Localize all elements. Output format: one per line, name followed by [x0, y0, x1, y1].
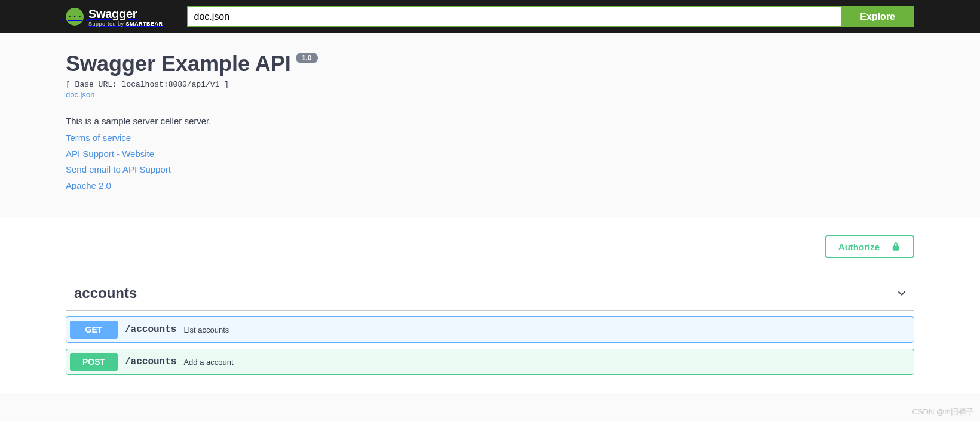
swagger-logo-text: Swagger Supported by SMARTBEAR [88, 7, 163, 27]
opblock-get-accounts[interactable]: GET /accounts List accounts [66, 316, 914, 343]
operation-path: /accounts [125, 324, 176, 335]
operation-summary: List accounts [183, 325, 229, 334]
info-section: Swagger Example API 1.0 [ Base URL: loca… [0, 33, 980, 217]
swagger-logo-title: Swagger [88, 7, 163, 21]
topbar-wrapper: {···} Swagger Supported by SMARTBEAR Exp… [54, 6, 926, 27]
auth-wrapper: Authorize [54, 217, 926, 276]
title-row: Swagger Example API 1.0 [66, 51, 914, 76]
api-description: This is a sample server celler server. [66, 116, 914, 126]
opblock-post-accounts[interactable]: POST /accounts Add a account [66, 349, 914, 375]
license-link[interactable]: Apache 2.0 [66, 180, 111, 190]
download-url-wrapper: Explore [187, 6, 914, 27]
operation-path: /accounts [125, 357, 176, 367]
api-title: Swagger Example API [66, 51, 291, 76]
swagger-logo[interactable]: {···} Swagger Supported by SMARTBEAR [66, 7, 163, 27]
version-badge: 1.0 [296, 53, 318, 63]
chevron-down-icon [895, 287, 908, 300]
info-links: Terms of service API Support - Website S… [66, 131, 914, 192]
spec-link-row: doc.json [66, 90, 914, 99]
explore-button[interactable]: Explore [841, 6, 914, 27]
method-badge: GET [70, 321, 118, 339]
lock-icon [890, 241, 901, 252]
api-support-email-link[interactable]: Send email to API Support [66, 164, 171, 174]
swagger-logo-icon: {···} [66, 8, 84, 26]
method-badge: POST [70, 353, 118, 371]
tag-name: accounts [74, 285, 137, 302]
authorize-button-label: Authorize [838, 242, 880, 252]
opblock-summary[interactable]: GET /accounts List accounts [66, 317, 914, 342]
opblock-summary[interactable]: POST /accounts Add a account [66, 349, 914, 374]
terms-of-service-link[interactable]: Terms of service [66, 133, 131, 143]
operations-section: accounts GET /accounts List accounts POS… [54, 276, 926, 393]
base-url: [ Base URL: localhost:8080/api/v1 ] [66, 80, 914, 89]
swagger-logo-sub: Supported by SMARTBEAR [88, 21, 163, 27]
operation-summary: Add a account [183, 358, 233, 367]
spec-url-input[interactable] [187, 6, 841, 27]
tag-header-accounts[interactable]: accounts [66, 276, 914, 311]
topbar: {···} Swagger Supported by SMARTBEAR Exp… [0, 0, 980, 33]
api-support-website-link[interactable]: API Support - Website [66, 149, 154, 159]
authorize-button[interactable]: Authorize [825, 235, 914, 258]
spec-link[interactable]: doc.json [66, 90, 94, 99]
